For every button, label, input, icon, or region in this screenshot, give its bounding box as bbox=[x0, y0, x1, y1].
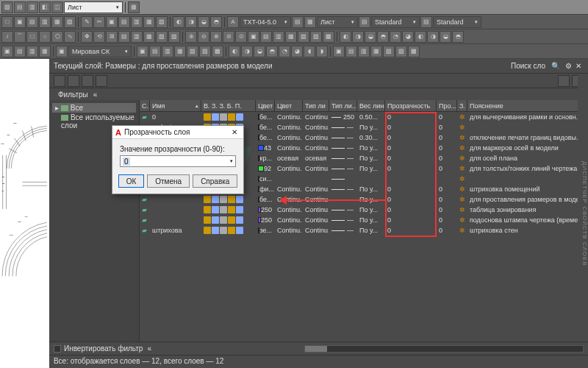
tool-icon[interactable]: ▦ bbox=[143, 16, 155, 28]
new3-cell[interactable]: ✲ bbox=[457, 185, 467, 193]
tool-icon[interactable]: ▩ bbox=[323, 31, 334, 43]
tool-icon[interactable]: ∿ bbox=[64, 31, 76, 43]
lw-cell[interactable]: — bbox=[329, 165, 357, 172]
tool-icon[interactable]: ▤ bbox=[359, 16, 370, 28]
lw-cell[interactable]: — bbox=[329, 124, 357, 131]
ltype-cell[interactable]: Continu... bbox=[275, 185, 303, 193]
layout-select-2[interactable]: Лист▾ bbox=[317, 16, 358, 28]
ltype2-cell[interactable]: осевая bbox=[303, 155, 329, 162]
tool-icon[interactable]: ▧ bbox=[187, 46, 198, 57]
tool-icon[interactable]: ▩ bbox=[408, 46, 420, 57]
lw-cell[interactable]: 250 bbox=[329, 113, 357, 121]
tool-icon[interactable]: ▦ bbox=[174, 46, 186, 57]
tool-icon[interactable]: ◑ bbox=[427, 31, 439, 43]
tool-icon[interactable]: ⌒ bbox=[14, 31, 26, 43]
col-ltype[interactable]: Цвет bbox=[275, 100, 303, 111]
transparency-cell[interactable]: 0 bbox=[385, 124, 437, 131]
ltype2-cell[interactable]: Continu... bbox=[303, 196, 329, 203]
tool-icon[interactable]: ▣ bbox=[248, 31, 259, 43]
tool-icon[interactable]: ◔ bbox=[279, 46, 290, 57]
ltype-cell[interactable]: Continu... bbox=[275, 124, 303, 131]
tool-icon[interactable]: ◓ bbox=[266, 46, 278, 57]
ltype-cell[interactable]: Continu... bbox=[275, 165, 303, 172]
tool-icon[interactable]: ▩ bbox=[212, 46, 223, 57]
lw2-cell[interactable]: 0.30... bbox=[357, 134, 385, 141]
help-button[interactable]: Справка bbox=[193, 174, 237, 188]
ltype2-cell[interactable]: Continu... bbox=[303, 113, 329, 121]
flags-cell[interactable] bbox=[201, 227, 256, 234]
desc-cell[interactable]: для осей плана bbox=[467, 155, 588, 162]
ok-button[interactable]: ОК bbox=[118, 174, 145, 188]
new3-cell[interactable]: ✲ bbox=[457, 144, 467, 152]
plot-icon[interactable] bbox=[228, 196, 235, 203]
tool-icon[interactable]: ⊙ bbox=[235, 31, 247, 43]
tool-icon[interactable]: ▨ bbox=[395, 46, 407, 57]
tool-icon[interactable]: ▤ bbox=[118, 16, 130, 28]
color-cell[interactable]: 250 bbox=[256, 216, 275, 224]
close-icon[interactable]: ✕ bbox=[229, 128, 240, 136]
plot-cell[interactable]: 0 bbox=[437, 124, 457, 131]
tool-icon[interactable]: ◓ bbox=[210, 16, 222, 28]
ltype-cell[interactable]: Continu... bbox=[275, 144, 303, 152]
tool-icon[interactable]: ▤ bbox=[118, 31, 130, 43]
tool-icon[interactable]: ▥ bbox=[131, 16, 143, 28]
lock-icon[interactable] bbox=[220, 196, 227, 203]
color-cell[interactable]: бе... bbox=[256, 196, 275, 203]
set-current-icon[interactable] bbox=[96, 75, 107, 87]
new-layer-icon[interactable] bbox=[54, 75, 65, 87]
plot-cell[interactable]: 0 bbox=[437, 216, 457, 224]
tree-all[interactable]: ▸ Все bbox=[52, 103, 136, 113]
tool-icon[interactable]: ▧ bbox=[298, 31, 309, 43]
tool-icon[interactable]: ◧ bbox=[39, 1, 51, 13]
tool-icon[interactable]: ◗ bbox=[316, 46, 328, 57]
refresh-icon[interactable] bbox=[558, 75, 570, 87]
vp-icon[interactable] bbox=[236, 216, 243, 224]
ltype-cell[interactable]: Continu... bbox=[275, 216, 303, 224]
tool-icon[interactable]: ◐ bbox=[415, 31, 426, 43]
new3-cell[interactable]: ✲ bbox=[457, 175, 467, 183]
new3-cell[interactable]: ✲ bbox=[457, 113, 467, 121]
name-cell[interactable]: штрихова bbox=[150, 227, 201, 234]
lw2-cell[interactable]: По у... bbox=[357, 165, 385, 172]
tool-icon[interactable]: ▥ bbox=[26, 46, 38, 57]
tool-icon[interactable]: ▣ bbox=[14, 16, 26, 28]
ltype-cell[interactable]: Continu... bbox=[275, 227, 303, 234]
tool-icon[interactable]: ▤ bbox=[14, 1, 26, 13]
tool-icon[interactable]: ▦ bbox=[285, 31, 297, 43]
plot-cell[interactable]: 0 bbox=[437, 134, 457, 141]
col-ltype2[interactable]: Тип ли bbox=[303, 100, 329, 111]
lw2-cell[interactable]: По у... bbox=[357, 227, 385, 234]
ltype-cell[interactable]: Continu... bbox=[275, 196, 303, 203]
ltype-cell[interactable]: Continu... bbox=[275, 206, 303, 213]
freeze-icon[interactable] bbox=[212, 227, 219, 234]
tool-icon[interactable]: ⟲ bbox=[93, 31, 105, 43]
tool-icon[interactable]: ▥ bbox=[162, 46, 173, 57]
tool-icon[interactable]: ✂ bbox=[93, 16, 105, 28]
table-row[interactable]: ▰ 250Continu...Continu...—По у...00✲табл… bbox=[140, 205, 588, 215]
tool-icon[interactable]: ⊞ bbox=[106, 31, 118, 43]
new3-cell[interactable]: ✲ bbox=[457, 227, 467, 234]
lw2-cell[interactable]: По у... bbox=[357, 216, 385, 224]
col-name[interactable]: Имя▴ bbox=[150, 100, 201, 111]
new3-cell[interactable]: ✲ bbox=[457, 206, 467, 213]
gear-icon[interactable]: ⚙ bbox=[563, 62, 573, 70]
collapse-icon[interactable]: « bbox=[147, 344, 151, 353]
on-icon[interactable] bbox=[204, 206, 211, 213]
color-cell[interactable]: 250 bbox=[256, 206, 275, 213]
new3-cell[interactable]: ✲ bbox=[457, 196, 467, 203]
tool-icon[interactable]: ◑ bbox=[241, 46, 253, 57]
tool-icon[interactable]: ▥ bbox=[39, 16, 51, 28]
tool-icon[interactable]: ▧ bbox=[156, 31, 168, 43]
tool-icon[interactable]: ▣ bbox=[1, 46, 13, 57]
color-cell[interactable]: си... bbox=[256, 175, 275, 183]
tool-icon[interactable]: ▤ bbox=[149, 46, 161, 57]
col-color[interactable]: Цвет bbox=[256, 100, 275, 111]
tool-icon[interactable]: ▧ bbox=[156, 16, 168, 28]
tool-icon[interactable]: ▨ bbox=[168, 31, 180, 43]
plot-cell[interactable]: 0 bbox=[437, 144, 457, 152]
tool-icon[interactable]: ▨ bbox=[310, 31, 322, 43]
name-cell[interactable]: 0 bbox=[150, 113, 201, 121]
new-layer-freeze-icon[interactable] bbox=[68, 75, 79, 87]
new3-cell[interactable]: ✲ bbox=[457, 216, 467, 224]
tool-icon[interactable]: ⊘ bbox=[223, 31, 234, 43]
